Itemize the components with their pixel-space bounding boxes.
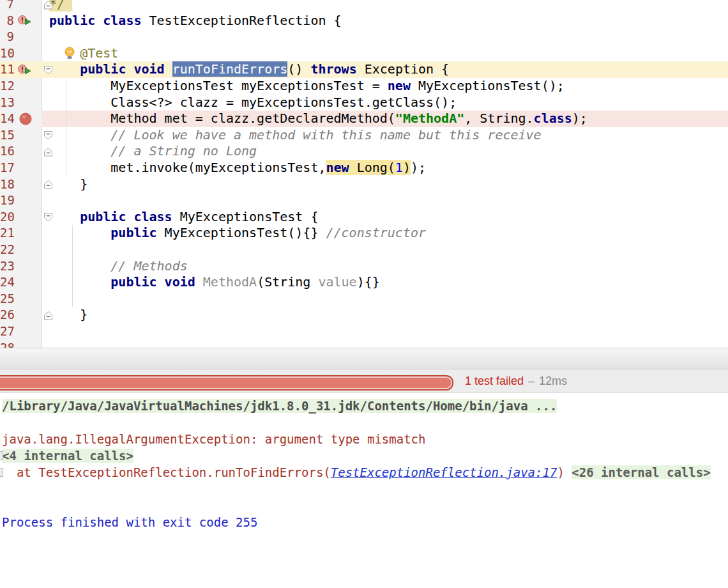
code-line[interactable]: } bbox=[0, 176, 728, 193]
test-failed-label: 1 test failed bbox=[465, 375, 524, 388]
internal-calls-badge[interactable]: <4 internal calls> bbox=[2, 449, 133, 463]
test-duration: 12ms bbox=[539, 375, 567, 388]
code-line[interactable]: @Test bbox=[0, 45, 728, 62]
code-line[interactable] bbox=[0, 291, 728, 307]
code-line[interactable]: met.invoke(myExceptionsTest,new Long(1))… bbox=[0, 160, 728, 176]
internal-calls-badge[interactable]: <26 internal calls> bbox=[572, 465, 710, 479]
test-status-text: 1 test failed–12ms bbox=[465, 374, 567, 388]
console-line: at TestExceptionReflection.runToFindErro… bbox=[0, 464, 728, 481]
code-line[interactable] bbox=[0, 242, 728, 258]
console-line bbox=[0, 497, 728, 514]
code-line[interactable]: // Methods bbox=[0, 258, 728, 275]
console-line bbox=[0, 481, 728, 497]
code-editor[interactable]: 7891011121314151617181920212223242526272… bbox=[0, 0, 728, 348]
fold-marker-icon[interactable] bbox=[43, 147, 54, 160]
fold-marker-icon[interactable] bbox=[43, 65, 54, 78]
code-line[interactable]: public class MyExceptionsTest { bbox=[0, 209, 728, 226]
fold-marker-icon[interactable] bbox=[43, 130, 54, 143]
selection-highlight: runToFindErrors bbox=[172, 61, 288, 77]
code-line[interactable] bbox=[0, 29, 728, 45]
code-line[interactable]: // a String no Long bbox=[0, 143, 728, 160]
status-separator: – bbox=[528, 375, 535, 388]
code-line[interactable]: Method met = clazz.getDeclaredMethod("Me… bbox=[0, 111, 728, 127]
code-line[interactable]: public void runToFindErrors() throws Exc… bbox=[0, 61, 728, 78]
code-line[interactable]: } bbox=[0, 307, 728, 323]
test-progress-bar bbox=[0, 375, 453, 391]
breakpoint-icon[interactable] bbox=[19, 112, 32, 128]
console-line: <4 internal calls> bbox=[0, 447, 728, 464]
fold-marker-icon[interactable] bbox=[43, 0, 54, 13]
console-error-text: java.lang.IllegalArgumentException: argu… bbox=[2, 432, 425, 446]
code-line[interactable] bbox=[0, 323, 728, 340]
code-line[interactable] bbox=[0, 340, 728, 348]
process-exit-text: Process finished with exit code 255 bbox=[2, 515, 257, 529]
console-fold-icon[interactable] bbox=[0, 468, 3, 477]
code-line[interactable]: MyExceptionsTest myExceptionsTest = new … bbox=[0, 78, 728, 95]
fold-marker-icon[interactable] bbox=[43, 212, 54, 225]
code-line[interactable]: public void MethodA(String value){} bbox=[0, 274, 728, 291]
test-runner-toolbar bbox=[0, 348, 728, 369]
run-test-failed-icon[interactable] bbox=[17, 15, 33, 29]
console-line bbox=[0, 414, 728, 431]
run-test-failed-icon[interactable] bbox=[17, 64, 33, 78]
code-line[interactable] bbox=[0, 192, 728, 209]
code-line[interactable]: Class<?> clazz = myExceptionsTest.getCla… bbox=[0, 95, 728, 111]
stacktrace-link[interactable]: TestExceptionReflection.java:17 bbox=[331, 465, 557, 479]
console-error-text: at TestExceptionReflection.runToFindErro… bbox=[2, 465, 331, 479]
code-line[interactable]: */ bbox=[0, 0, 728, 13]
console-command-line[interactable]: /Library/Java/JavaVirtualMachines/jdk1.8… bbox=[2, 399, 557, 413]
code-line[interactable]: // Look we have a method with this name … bbox=[0, 127, 728, 144]
fold-marker-icon[interactable] bbox=[43, 180, 54, 192]
test-status-bar: 1 test failed–12ms bbox=[0, 369, 728, 393]
console-line: Process finished with exit code 255 bbox=[0, 514, 728, 530]
console-text bbox=[565, 465, 572, 479]
console-line: /Library/Java/JavaVirtualMachines/jdk1.8… bbox=[0, 398, 728, 414]
console-error-text: ) bbox=[557, 465, 564, 479]
fold-marker-icon[interactable] bbox=[43, 311, 54, 323]
code-line[interactable]: public MyExceptionsTest(){} //constructo… bbox=[0, 225, 728, 242]
console-output[interactable]: /Library/Java/JavaVirtualMachines/jdk1.8… bbox=[0, 393, 728, 588]
lightbulb-icon[interactable] bbox=[64, 47, 75, 63]
console-line: java.lang.IllegalArgumentException: argu… bbox=[0, 431, 728, 447]
code-line[interactable]: public class TestExceptionReflection { bbox=[0, 13, 728, 29]
console-fold-icon[interactable] bbox=[0, 451, 3, 460]
